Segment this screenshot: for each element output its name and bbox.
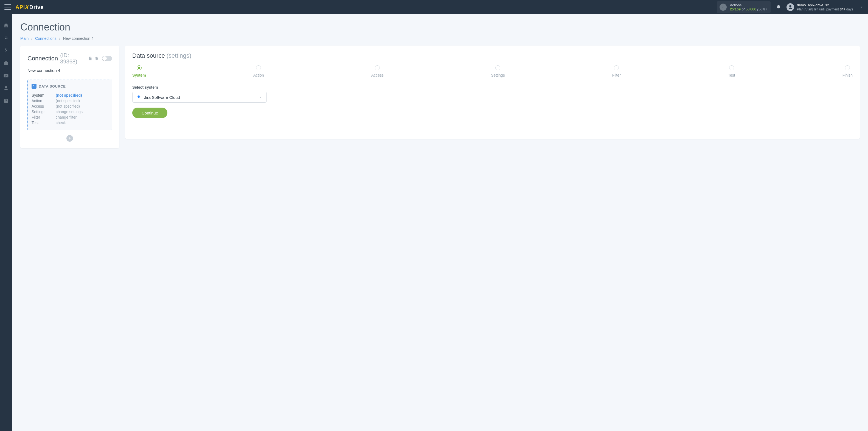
page-title: Connection [20, 22, 860, 33]
select-system-dropdown[interactable]: Jira Software Cloud [132, 92, 267, 103]
username: demo_apix-drive_s2 [797, 3, 853, 7]
step-test[interactable]: Test [728, 65, 735, 78]
data-source-box[interactable]: 1 DATA SOURCE System(not specified) Acti… [27, 80, 112, 130]
breadcrumb-main[interactable]: Main [20, 36, 29, 41]
logo-api: API [16, 4, 25, 10]
panel-title-main: Data source [132, 52, 165, 59]
add-destination-button[interactable]: + [66, 135, 73, 142]
ds-row-action[interactable]: Action(not specified) [32, 98, 108, 103]
actions-count: 25'169 [730, 7, 741, 11]
document-icon[interactable] [88, 56, 92, 61]
user-avatar-icon [786, 3, 794, 11]
sidebar [0, 14, 12, 431]
step-action[interactable]: Action [253, 65, 264, 78]
step-settings[interactable]: Settings [491, 65, 505, 78]
panel-title-sub: (settings) [166, 52, 191, 59]
info-icon: i [719, 4, 727, 11]
actions-chip[interactable]: i Actions: 25'169 of 50'000 (50%) [717, 1, 771, 13]
breadcrumb-connections[interactable]: Connections [35, 36, 57, 41]
data-source-title: DATA SOURCE [39, 84, 66, 88]
data-source-rows: System(not specified) Action(not specifi… [32, 93, 108, 125]
home-icon[interactable] [3, 23, 9, 28]
ds-row-access[interactable]: Access(not specified) [32, 103, 108, 109]
briefcase-icon[interactable] [3, 60, 9, 66]
bell-icon[interactable] [776, 5, 781, 10]
video-icon[interactable] [3, 73, 9, 79]
breadcrumb-current: New connection 4 [63, 36, 94, 41]
actions-label: Actions: [730, 3, 767, 7]
connection-card: Connection (ID: 39368) New connection 4 … [20, 45, 119, 148]
panel-title: Data source (settings) [132, 52, 852, 59]
connection-header: Connection (ID: 39368) [27, 52, 112, 65]
selected-system-text: Jira Software Cloud [144, 95, 256, 100]
plan-days: 347 [840, 7, 845, 11]
step-system[interactable]: System [132, 65, 146, 78]
breadcrumb-sep: / [31, 36, 32, 41]
plan-prefix: Plan |Start| left until payment [797, 7, 839, 11]
jira-icon [136, 95, 141, 100]
topbar: APIXDrive i Actions: 25'169 of 50'000 (5… [0, 0, 868, 14]
dollar-icon[interactable] [3, 48, 9, 53]
wizard-steps: System Action Access Settings Filter Tes… [132, 65, 852, 78]
continue-button[interactable]: Continue [132, 107, 167, 118]
breadcrumb: Main / Connections / New connection 4 [20, 36, 860, 41]
ds-row-settings[interactable]: Settingschange settings [32, 109, 108, 115]
ds-row-system[interactable]: System(not specified) [32, 93, 108, 98]
connection-title: Connection [27, 55, 58, 62]
connection-toggle[interactable] [102, 56, 112, 61]
actions-total: 50'000 [746, 7, 756, 11]
actions-text: Actions: 25'169 of 50'000 (50%) [730, 3, 767, 11]
logo[interactable]: APIXDrive [16, 4, 43, 10]
step-filter[interactable]: Filter [612, 65, 621, 78]
help-icon[interactable] [3, 98, 9, 104]
ds-row-test[interactable]: Testcheck [32, 120, 108, 125]
gear-icon[interactable] [94, 56, 98, 61]
data-source-panel: Data source (settings) System Action Acc… [125, 45, 860, 139]
data-source-badge: 1 [32, 84, 36, 89]
step-finish[interactable]: Finish [842, 65, 852, 78]
sitemap-icon[interactable] [3, 35, 9, 41]
actions-pct: (50%) [757, 7, 767, 11]
connection-name[interactable]: New connection 4 [27, 68, 112, 75]
select-system-label: Select system [132, 85, 852, 90]
main-content: Connection Main / Connections / New conn… [12, 14, 868, 431]
actions-of: of [742, 7, 745, 11]
logo-drive: Drive [29, 4, 44, 10]
user-icon[interactable] [3, 86, 9, 91]
chevron-down-icon [259, 95, 262, 99]
user-menu[interactable]: demo_apix-drive_s2 Plan |Start| left unt… [786, 3, 864, 11]
chevron-down-icon [860, 5, 864, 9]
breadcrumb-sep: / [59, 36, 60, 41]
plan-line: Plan |Start| left until payment 347 days [797, 7, 853, 11]
plan-days-suffix: days [846, 7, 853, 11]
data-source-header: 1 DATA SOURCE [32, 84, 108, 89]
topbar-right: i Actions: 25'169 of 50'000 (50%) demo_a… [717, 1, 864, 13]
connection-id: (ID: 39368) [60, 52, 86, 65]
logo-x-icon: X [25, 4, 30, 10]
user-info: demo_apix-drive_s2 Plan |Start| left unt… [797, 3, 853, 11]
ds-row-filter[interactable]: Filterchange filter [32, 115, 108, 120]
step-access[interactable]: Access [371, 65, 384, 78]
hamburger-menu-icon[interactable] [4, 4, 11, 10]
